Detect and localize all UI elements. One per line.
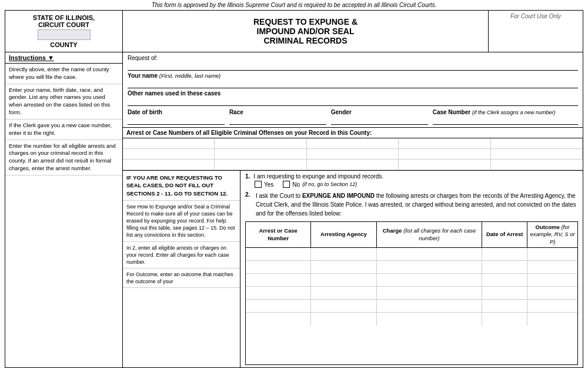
date-cell-data[interactable] xyxy=(482,300,527,312)
your-name-label: Your name (First, middle, last name) xyxy=(128,72,578,79)
arrest-cell[interactable] xyxy=(491,149,583,160)
no-option[interactable]: No (if no, go to Section 12) xyxy=(283,181,357,188)
yes-option[interactable]: Yes xyxy=(255,181,273,188)
charge-header-text: Charge (list all charges for each case n… xyxy=(379,227,479,242)
table-row xyxy=(246,287,577,300)
date-cell-data[interactable] xyxy=(482,313,527,326)
case-number-line[interactable] xyxy=(433,115,578,125)
lower-instruction-2: In 2, enter all eligible arrests or char… xyxy=(123,242,240,268)
outcome-cell-data[interactable] xyxy=(527,261,577,273)
charge-cell-data[interactable] xyxy=(377,248,482,260)
item2-text: I ask the Court to EXPUNGE AND IMPOUND t… xyxy=(256,191,578,218)
arrest-cell-data[interactable] xyxy=(246,287,311,299)
arrest-cell[interactable] xyxy=(399,138,490,149)
agency-cell-data[interactable] xyxy=(311,287,376,299)
charge-cell-data[interactable] xyxy=(377,274,482,286)
main-content: Request of: Your name (First, middle, la… xyxy=(123,52,583,367)
case-number-label: Case Number (if the Clerk assigns a new … xyxy=(433,109,578,115)
arrest-cell[interactable] xyxy=(491,160,583,170)
arrest-cell[interactable] xyxy=(399,149,490,160)
race-label: Race xyxy=(229,109,326,115)
outcome-cell-data[interactable] xyxy=(527,300,577,312)
case-number-italic: (if the Clerk assigns a new number) xyxy=(472,110,556,115)
arrest-cell[interactable] xyxy=(307,138,399,149)
title-line3: CRIMINAL RECORDS xyxy=(253,36,358,45)
charge-cell-data[interactable] xyxy=(377,313,482,326)
arrest-cell[interactable] xyxy=(491,138,583,149)
arrest-cell[interactable] xyxy=(215,160,306,170)
lower-instruction-1: See How to Expunge and/or Seal a Crimina… xyxy=(123,201,240,242)
lower-instruction-3: For Outcome, enter an outcome that match… xyxy=(123,268,240,288)
lower-sidebar: IF YOU ARE ONLY REQUESTING TO SEAL CASES… xyxy=(123,171,240,367)
request-of-line[interactable] xyxy=(128,61,578,71)
instructions-header: Instructions ▼ xyxy=(5,52,122,64)
agency-cell-data[interactable] xyxy=(311,313,376,326)
arrest-cell[interactable] xyxy=(123,160,215,170)
your-name-italic: (First, middle, last name) xyxy=(159,72,221,79)
instruction-block-4: Enter the number for all eligible arrest… xyxy=(5,140,122,175)
item1-text: I am requesting to expunge and impound r… xyxy=(253,173,383,180)
gender-label: Gender xyxy=(331,109,428,115)
county-box xyxy=(38,29,91,40)
date-cell-data[interactable] xyxy=(482,287,527,299)
no-italic: (if no, go to Section 12) xyxy=(302,181,357,187)
instruction-block-1: Directly above, enter the name of county… xyxy=(5,64,122,84)
header-title: REQUEST TO EXPUNGE & IMPOUND AND/OR SEAL… xyxy=(123,11,489,52)
agency-cell-data[interactable] xyxy=(311,248,376,260)
instructions-label: Instructions ▼ xyxy=(9,54,54,61)
arrest-cell-data[interactable] xyxy=(246,248,311,260)
gender-line[interactable] xyxy=(331,115,428,125)
other-names-line[interactable] xyxy=(128,97,578,106)
agency-cell-data[interactable] xyxy=(311,274,376,286)
header-court-use: For Court Use Only xyxy=(489,11,583,52)
item2-text-start: I ask the Court to xyxy=(256,193,302,199)
case-number-field: Case Number (if the Clerk assigns a new … xyxy=(433,109,578,125)
race-line[interactable] xyxy=(229,115,326,125)
outcome-cell-data[interactable] xyxy=(527,313,577,326)
arrest-cell[interactable] xyxy=(123,149,215,160)
arrest-cell[interactable] xyxy=(399,160,490,170)
no-checkbox[interactable] xyxy=(283,181,290,188)
item1-options: Yes No (if no, go to Section 12) xyxy=(255,181,578,188)
date-cell-data[interactable] xyxy=(482,248,527,260)
arrest-cell-data[interactable] xyxy=(246,313,311,326)
county-label: COUNTY xyxy=(50,41,77,48)
arrest-cell[interactable] xyxy=(307,160,399,170)
yes-checkbox[interactable] xyxy=(255,181,262,188)
title-text: REQUEST TO EXPUNGE & IMPOUND AND/OR SEAL… xyxy=(253,17,358,45)
other-names-field: Other names used in these cases xyxy=(128,90,578,106)
seal-warning: IF YOU ARE ONLY REQUESTING TO SEAL CASES… xyxy=(123,171,240,201)
arrest-cell[interactable] xyxy=(215,149,306,160)
arrest-cell[interactable] xyxy=(307,149,399,160)
request-of-label: Request of: xyxy=(128,55,578,61)
table-row xyxy=(246,313,577,326)
outcome-cell-data[interactable] xyxy=(527,274,577,286)
arrest-cell-data[interactable] xyxy=(246,274,311,286)
section2-intro: 2. I ask the Court to EXPUNGE AND IMPOUN… xyxy=(245,191,578,218)
charge-cell-data[interactable] xyxy=(377,261,482,273)
charge-cell-data[interactable] xyxy=(377,287,482,299)
agency-cell-data[interactable] xyxy=(311,300,376,312)
date-cell-data[interactable] xyxy=(482,261,527,273)
arrest-cell[interactable] xyxy=(215,138,306,149)
your-name-line[interactable] xyxy=(128,79,578,88)
dob-line[interactable] xyxy=(128,115,225,125)
page: This form is approved by the Illinois Su… xyxy=(0,0,588,368)
arrest-cell[interactable] xyxy=(123,138,215,149)
lower-section: IF YOU ARE ONLY REQUESTING TO SEAL CASES… xyxy=(123,171,583,367)
item2-number: 2. xyxy=(245,191,252,218)
title-line2: IMPOUND AND/OR SEAL xyxy=(253,26,358,36)
date-cell-data[interactable] xyxy=(482,274,527,286)
race-field: Race xyxy=(229,109,326,125)
outcome-cell-data[interactable] xyxy=(527,287,577,299)
top-notice: This form is approved by the Illinois Su… xyxy=(0,0,588,10)
outcome-cell-data[interactable] xyxy=(527,248,577,260)
arrest-numbers-section: Arrest or Case Numbers of all Eligible C… xyxy=(123,128,583,171)
agency-cell-data[interactable] xyxy=(311,261,376,273)
arrest-cell-data[interactable] xyxy=(246,261,311,273)
charge-cell-data[interactable] xyxy=(377,300,482,312)
col-header-outcome: Outcome (for example, RV, S or P) xyxy=(527,222,577,247)
lower-main: 1. I am requesting to expunge and impoun… xyxy=(240,171,583,367)
arrest-cell-data[interactable] xyxy=(246,300,311,312)
section2-table: Arrest or Case Number Arresting Agency C… xyxy=(245,221,578,365)
